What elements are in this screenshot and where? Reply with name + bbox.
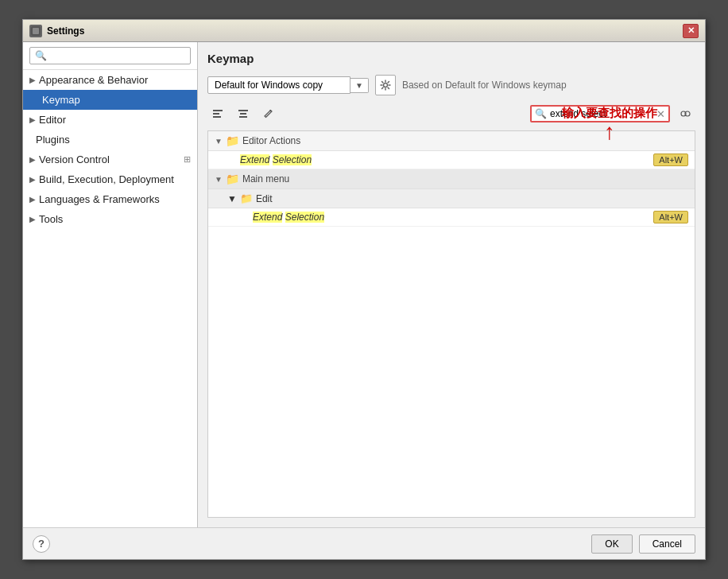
edit-subgroup-icon: 📁	[240, 192, 253, 204]
tree-item-extend-selection-2[interactable]: Extend Selection Alt+W	[208, 208, 695, 227]
main-content: Keymap Default for Windows copy ▼ Based …	[198, 42, 705, 527]
sidebar-item-appearance[interactable]: ▶ Appearance & Behavior	[23, 70, 197, 90]
svg-point-2	[383, 84, 387, 87]
section-title: Keymap	[207, 52, 695, 65]
find-usages-button[interactable]	[675, 103, 695, 124]
expand-arrow-editor: ▶	[29, 115, 36, 124]
sidebar-item-keymap[interactable]: Keymap	[23, 90, 197, 110]
shortcut-badge-1: Alt+W	[653, 153, 688, 166]
highlight-extend-2: Extend	[253, 212, 282, 223]
sidebar-item-languages[interactable]: ▶ Languages & Frameworks	[23, 189, 197, 209]
tree-group-header-editor-actions[interactable]: ▼ 📁 Editor Actions	[208, 131, 695, 151]
tree-group-editor-actions: ▼ 📁 Editor Actions Extend Selection Alt+…	[208, 131, 695, 169]
sidebar-search	[23, 42, 197, 70]
chevron-editor-actions: ▼	[215, 137, 223, 146]
sidebar-search-input[interactable]	[29, 47, 191, 64]
sidebar-item-plugins[interactable]: Plugins	[23, 130, 197, 150]
chevron-main-menu: ▼	[215, 175, 223, 184]
settings-window-icon	[29, 25, 42, 37]
sub-group-header-edit[interactable]: ▼ 📁 Edit	[208, 189, 695, 208]
dropdown-arrow-button[interactable]: ▼	[350, 78, 369, 93]
keymap-header: Default for Windows copy ▼ Based on Defa…	[207, 75, 695, 95]
settings-window: Settings ✕ ▶ Appearance & Behavior Keyma…	[22, 19, 706, 560]
editor-actions-label: Editor Actions	[242, 135, 300, 146]
search-input[interactable]	[550, 108, 653, 119]
chevron-edit: ▼	[227, 193, 237, 204]
search-icon: 🔍	[535, 108, 547, 119]
tree-item-name-extend-selection-1: Extend Selection	[240, 154, 653, 165]
expand-arrow-appearance: ▶	[29, 76, 36, 84]
tree-item-extend-selection-1[interactable]: Extend Selection Alt+W	[208, 151, 695, 169]
sidebar-item-editor[interactable]: ▶ Editor	[23, 110, 197, 130]
sidebar-items: ▶ Appearance & Behavior Keymap ▶ Editor …	[23, 70, 197, 527]
sidebar-item-label-languages: Languages & Frameworks	[39, 193, 160, 205]
sidebar-item-label-build: Build, Execution, Deployment	[39, 173, 174, 185]
keymap-info: Based on Default for Windows keymap	[402, 80, 567, 91]
bottom-buttons: OK Cancel	[591, 534, 695, 554]
ok-button[interactable]: OK	[591, 534, 632, 554]
tree-group-header-main-menu[interactable]: ▼ 📁 Main menu	[208, 169, 695, 189]
align-center-button[interactable]	[233, 104, 254, 123]
keymap-select[interactable]: Default for Windows copy	[207, 76, 350, 94]
sidebar-item-label-version-control: Version Control	[39, 153, 110, 165]
pencil-icon	[263, 108, 274, 119]
svg-rect-8	[239, 116, 247, 118]
sidebar-item-label-plugins: Plugins	[36, 134, 70, 146]
sidebar-item-label-appearance: Appearance & Behavior	[39, 74, 148, 86]
align-left-button[interactable]	[207, 104, 228, 123]
cancel-button[interactable]: Cancel	[639, 534, 695, 554]
sidebar-item-label-tools: Tools	[39, 213, 63, 225]
window-title: Settings	[47, 25, 84, 37]
keymap-dropdown-container: Default for Windows copy ▼	[207, 76, 369, 94]
tree-item-name-extend-selection-2: Extend Selection	[253, 212, 653, 223]
edit-subgroup-label: Edit	[256, 193, 273, 204]
svg-rect-5	[213, 116, 221, 118]
editor-actions-icon: 📁	[226, 134, 239, 147]
gear-icon	[380, 80, 391, 91]
sidebar-item-version-control[interactable]: ▶ Version Control ⊞	[23, 150, 197, 169]
edit-button[interactable]	[258, 104, 279, 123]
version-control-icon: ⊞	[184, 154, 191, 165]
expand-arrow-build: ▶	[29, 175, 36, 184]
svg-rect-1	[33, 28, 39, 34]
svg-rect-4	[213, 113, 219, 115]
align-center-icon	[238, 108, 249, 119]
expand-arrow-languages: ▶	[29, 195, 36, 204]
highlight-selection-2: Selection	[285, 212, 324, 223]
binoculars-icon	[680, 108, 691, 119]
bottom-bar: ? OK Cancel	[23, 527, 705, 559]
window-body: ▶ Appearance & Behavior Keymap ▶ Editor …	[23, 42, 705, 527]
highlight-selection: Selection	[273, 154, 312, 165]
main-menu-icon: 📁	[226, 173, 239, 185]
expand-arrow-tools: ▶	[29, 215, 36, 223]
svg-rect-3	[213, 110, 223, 111]
sidebar-item-tools[interactable]: ▶ Tools	[23, 209, 197, 229]
title-bar-left: Settings	[29, 25, 84, 37]
shortcut-badge-2: Alt+W	[653, 211, 688, 223]
sidebar-item-build[interactable]: ▶ Build, Execution, Deployment	[23, 169, 197, 189]
title-bar: Settings ✕	[23, 20, 705, 42]
sidebar-item-label-keymap: Keymap	[42, 94, 80, 106]
sidebar: ▶ Appearance & Behavior Keymap ▶ Editor …	[23, 42, 198, 527]
tree-container[interactable]: ▼ 📁 Editor Actions Extend Selection Alt+…	[207, 130, 695, 518]
gear-icon-button[interactable]	[375, 75, 396, 95]
close-button[interactable]: ✕	[683, 24, 699, 38]
search-clear-button[interactable]: ✕	[656, 109, 665, 119]
tree-group-main-menu: ▼ 📁 Main menu ▼ 📁 Edit Extend Selection	[208, 169, 695, 227]
svg-rect-6	[238, 110, 248, 111]
main-menu-label: Main menu	[242, 173, 289, 185]
expand-arrow-version-control: ▶	[29, 155, 36, 164]
help-icon: ?	[38, 538, 45, 550]
keymap-toolbar: 🔍 ✕	[207, 103, 695, 124]
sidebar-item-label-editor: Editor	[39, 114, 66, 126]
align-left-icon	[212, 108, 223, 119]
svg-rect-7	[240, 113, 246, 115]
highlight-extend: Extend	[240, 154, 269, 165]
help-button[interactable]: ?	[33, 535, 50, 553]
search-box: 🔍 ✕	[530, 105, 670, 122]
